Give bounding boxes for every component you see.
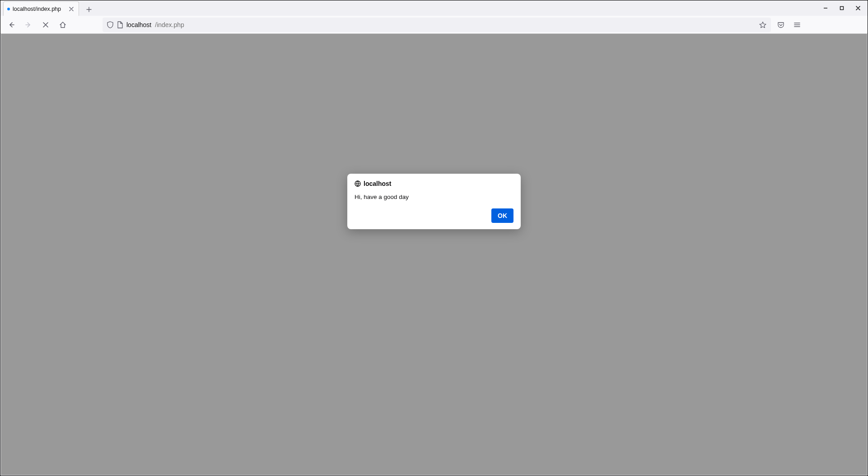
shield-icon (107, 21, 113, 28)
minimize-icon (823, 6, 828, 10)
dialog-header: localhost (355, 180, 513, 187)
close-icon (42, 22, 49, 28)
tab-title: localhost/index.php (13, 6, 65, 12)
dialog-origin: localhost (364, 180, 391, 187)
pocket-icon (777, 21, 784, 28)
app-menu-button[interactable] (790, 18, 804, 32)
tab-close-button[interactable] (68, 5, 75, 13)
dialog-message: Hi, have a good day (355, 194, 513, 200)
page-viewport (1, 34, 867, 475)
arrow-left-icon (8, 21, 15, 28)
stop-button[interactable] (38, 18, 53, 32)
close-icon (69, 7, 74, 11)
forward-button[interactable] (21, 18, 36, 32)
close-icon (856, 6, 860, 10)
window-maximize-button[interactable] (838, 4, 846, 12)
window-close-button[interactable] (854, 4, 862, 12)
window-minimize-button[interactable] (821, 4, 830, 12)
url-host: localhost (126, 21, 151, 28)
page-icon (117, 21, 123, 28)
new-tab-button[interactable] (83, 3, 95, 16)
url-path: /index.php (155, 21, 184, 28)
hamburger-icon (793, 21, 801, 28)
star-icon (759, 21, 766, 28)
dialog-footer: OK (355, 208, 513, 223)
pocket-button[interactable] (774, 18, 788, 32)
plus-icon (86, 7, 92, 12)
maximize-icon (840, 6, 844, 10)
browser-tab[interactable]: localhost/index.php (3, 1, 79, 16)
bookmark-button[interactable] (759, 21, 766, 28)
tab-strip: localhost/index.php (0, 0, 868, 16)
globe-icon (355, 180, 361, 187)
home-icon (59, 21, 66, 28)
back-button[interactable] (4, 18, 19, 32)
svg-rect-0 (840, 7, 844, 10)
ok-button[interactable]: OK (491, 208, 513, 223)
home-button[interactable] (56, 18, 70, 32)
window-controls (821, 0, 865, 16)
address-bar[interactable]: localhost/index.php (103, 18, 771, 32)
toolbar: localhost/index.php (0, 16, 868, 34)
arrow-right-icon (25, 21, 32, 28)
tab-loading-indicator (7, 8, 10, 10)
alert-dialog: localhost Hi, have a good day OK (347, 174, 521, 229)
